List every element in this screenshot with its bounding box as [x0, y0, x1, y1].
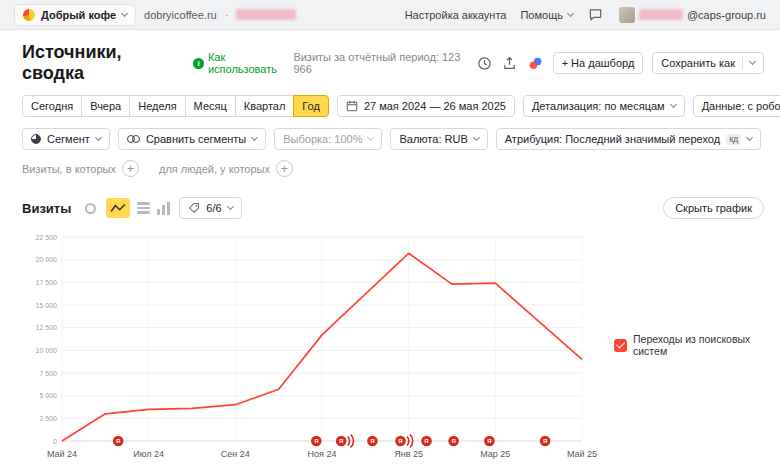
cross-device-badge: кд — [726, 134, 741, 145]
stacked-view-icon[interactable] — [137, 202, 150, 214]
counter-name: Добрый кофе — [41, 9, 116, 21]
chevron-down-icon — [251, 134, 258, 141]
period-yesterday[interactable]: Вчера — [82, 95, 130, 117]
counter-logo-icon — [23, 9, 35, 21]
svg-text:Май 25: Май 25 — [567, 449, 597, 459]
period-quarter[interactable]: Квартал — [236, 95, 295, 117]
calendar-icon — [346, 100, 358, 112]
period-week[interactable]: Неделя — [130, 95, 185, 117]
chart-area: 2 5005 0007 50010 00012 50015 00017 5002… — [22, 221, 780, 467]
tag-icon — [188, 202, 200, 214]
period-year[interactable]: Год — [293, 95, 329, 117]
how-to-use-label: Как использовать — [208, 51, 293, 75]
title-row: Источники, сводка i Как использовать Виз… — [22, 42, 764, 84]
svg-text:10 000: 10 000 — [36, 347, 58, 354]
how-to-use-link[interactable]: i Как использовать — [193, 51, 293, 75]
svg-text:Я: Я — [424, 438, 428, 444]
legend-label: Переходы из поисковых систем — [633, 333, 778, 357]
info-icon: i — [193, 58, 204, 69]
compare-segments-icon — [127, 135, 140, 143]
chevron-down-icon — [227, 203, 234, 210]
svg-text:12 500: 12 500 — [36, 324, 58, 331]
visits-condition-label: Визиты, в которых — [22, 163, 116, 175]
period-month[interactable]: Месяц — [186, 95, 236, 117]
compare-segments-label: Сравнить сегменты — [146, 133, 246, 145]
people-condition-label: для людей, у которых — [159, 163, 270, 175]
site-link[interactable]: dobryicoffee.ru — [144, 9, 217, 21]
attribution-label: Атрибуция: Последний значимый переход — [505, 133, 720, 145]
period-segmented-control: Сегодня Вчера Неделя Месяц Квартал Год — [22, 95, 329, 117]
redacted-username — [639, 9, 683, 20]
chevron-down-icon — [746, 134, 753, 141]
chat-icon[interactable] — [587, 6, 605, 24]
data-mode-dropdown[interactable]: Данные: с роботами — [693, 95, 780, 117]
add-visit-condition-button[interactable]: + — [122, 160, 139, 177]
counter-selector[interactable]: Добрый кофе — [14, 4, 136, 26]
export-icon[interactable] — [502, 54, 518, 72]
user-menu[interactable]: @caps-group.ru — [619, 7, 766, 23]
account-settings-link[interactable]: Настройка аккаунта — [405, 9, 507, 21]
svg-text:Июл 24: Июл 24 — [133, 449, 164, 459]
svg-text:Май 24: Май 24 — [47, 449, 77, 459]
user-email-domain: @caps-group.ru — [687, 9, 766, 21]
sampling-label: Выборка: 100% — [283, 133, 362, 145]
legend-checkbox-checked[interactable] — [614, 339, 627, 352]
chart-metric-title: Визиты — [22, 201, 71, 216]
segment-row: Сегмент Сравнить сегменты Выборка: 100% … — [22, 128, 758, 150]
segment-label: Сегмент — [47, 133, 90, 145]
svg-text:Ноя 24: Ноя 24 — [308, 449, 337, 459]
help-label: Помощь — [520, 9, 563, 21]
line-view-icon[interactable] — [106, 198, 130, 218]
attribution-dropdown[interactable]: Атрибуция: Последний значимый переход кд — [496, 128, 762, 150]
visits-line-chart[interactable]: 2 5005 0007 50010 00012 50015 00017 5002… — [22, 221, 610, 467]
date-range-label: 27 мая 2024 — 26 мая 2025 — [364, 100, 506, 112]
chevron-down-icon — [567, 9, 574, 16]
history-clock-icon[interactable] — [476, 54, 492, 72]
date-range-button[interactable]: 27 мая 2024 — 26 мая 2025 — [337, 95, 515, 117]
topbar-right: Настройка аккаунта Помощь @caps-group.ru — [405, 6, 766, 24]
compare-counters-icon[interactable] — [527, 54, 543, 72]
metrics-selector[interactable]: 6/6 — [179, 197, 241, 219]
svg-text:Я: Я — [339, 438, 343, 444]
redacted-counter-id — [236, 9, 296, 20]
help-menu[interactable]: Помощь — [520, 9, 573, 21]
period-row: Сегодня Вчера Неделя Месяц Квартал Год 2… — [22, 95, 758, 117]
svg-text:Я: Я — [370, 438, 374, 444]
period-today[interactable]: Сегодня — [22, 95, 82, 117]
visits-summary: Визиты за отчётный период: 123 966 — [293, 51, 465, 75]
avatar — [619, 7, 635, 23]
svg-text:Янв 25: Янв 25 — [394, 449, 423, 459]
detalization-dropdown[interactable]: Детализация: по месяцам — [523, 95, 685, 117]
chevron-down-icon — [473, 134, 480, 141]
segment-dropdown[interactable]: Сегмент — [22, 128, 110, 150]
add-people-condition-button[interactable]: + — [276, 160, 293, 177]
currency-dropdown[interactable]: Валюта: RUB — [390, 128, 487, 150]
pie-view-icon[interactable] — [81, 199, 99, 217]
svg-text:17 500: 17 500 — [36, 279, 58, 286]
svg-text:15 000: 15 000 — [36, 302, 58, 309]
compare-segments-dropdown[interactable]: Сравнить сегменты — [118, 128, 266, 150]
button-divider — [742, 57, 743, 70]
save-as-label: Сохранить как — [661, 57, 735, 69]
legend-item-search-traffic[interactable]: Переходы из поисковых систем — [614, 333, 778, 357]
data-mode-label: Данные: с роботами — [702, 100, 780, 112]
currency-label: Валюта: RUB — [399, 133, 467, 145]
chevron-down-icon — [749, 58, 756, 65]
hide-chart-button[interactable]: Скрыть график — [663, 197, 764, 219]
columns-view-icon[interactable] — [157, 202, 170, 215]
chart-legend: Переходы из поисковых систем — [610, 221, 778, 467]
title-actions: Визиты за отчётный период: 123 966 + На … — [293, 51, 764, 75]
add-to-dashboard-button[interactable]: + На дашборд — [553, 52, 644, 74]
svg-text:20 000: 20 000 — [36, 256, 58, 263]
detalization-label: Детализация: по месяцам — [532, 100, 665, 112]
chevron-down-icon — [367, 134, 374, 141]
chevron-down-icon — [670, 101, 677, 108]
svg-text:22 500: 22 500 — [36, 234, 58, 241]
segment-pie-icon — [31, 134, 41, 144]
svg-text:2 500: 2 500 — [39, 415, 57, 422]
save-as-button[interactable]: Сохранить как — [652, 52, 764, 74]
metrics-counter: 6/6 — [206, 202, 221, 214]
svg-text:Я: Я — [314, 438, 318, 444]
sampling-dropdown[interactable]: Выборка: 100% — [274, 128, 382, 150]
svg-text:Я: Я — [451, 438, 455, 444]
